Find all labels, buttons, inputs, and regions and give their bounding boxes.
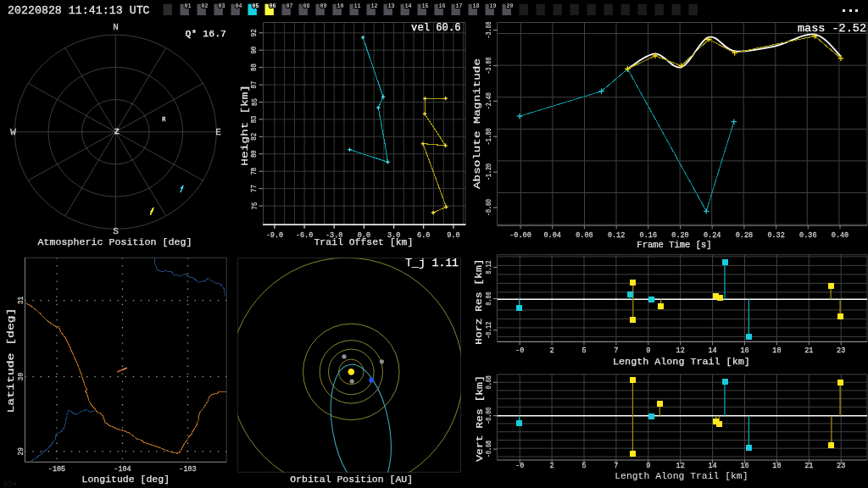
svg-text:W: W bbox=[10, 127, 16, 137]
svg-text:9.0: 9.0 bbox=[447, 231, 459, 240]
svg-text:Height [km]: Height [km] bbox=[239, 85, 251, 166]
svg-text:77: 77 bbox=[251, 185, 259, 192]
svg-text:Frame Time [s]: Frame Time [s] bbox=[637, 240, 711, 250]
svg-text:16: 16 bbox=[740, 347, 748, 355]
svg-text:18: 18 bbox=[772, 347, 781, 355]
svg-text:Absolute Magnitude: Absolute Magnitude bbox=[471, 58, 483, 189]
svg-text:17: 17 bbox=[456, 3, 463, 9]
svg-text:Length Along Trail [km]: Length Along Trail [km] bbox=[615, 471, 748, 481]
svg-text:Latitude [deg]: Latitude [deg] bbox=[5, 308, 17, 413]
svg-text:90: 90 bbox=[251, 47, 259, 54]
svg-text:02: 02 bbox=[202, 3, 209, 9]
svg-text:82: 82 bbox=[251, 133, 259, 141]
svg-text:88: 88 bbox=[251, 64, 259, 71]
svg-text:14: 14 bbox=[709, 347, 717, 355]
svg-text:20220828 11:41:13 UTC: 20220828 11:41:13 UTC bbox=[8, 4, 150, 17]
svg-text:Trail Offset [km]: Trail Offset [km] bbox=[314, 237, 414, 247]
svg-text:2: 2 bbox=[550, 462, 554, 470]
svg-text:16: 16 bbox=[740, 462, 748, 470]
svg-text:-0.00: -0.00 bbox=[509, 231, 531, 240]
svg-text:5: 5 bbox=[581, 347, 586, 355]
svg-text:18: 18 bbox=[473, 3, 480, 9]
svg-text:5: 5 bbox=[581, 462, 586, 470]
svg-text:E: E bbox=[215, 127, 221, 137]
svg-text:11: 11 bbox=[354, 3, 361, 9]
svg-text:10: 10 bbox=[337, 3, 344, 9]
svg-text:07: 07 bbox=[287, 3, 293, 9]
svg-text:0.36: 0.36 bbox=[799, 231, 816, 240]
svg-text:09: 09 bbox=[320, 3, 327, 9]
svg-text:0.00: 0.00 bbox=[485, 292, 493, 306]
svg-text:85: 85 bbox=[251, 98, 259, 106]
svg-text:-105: -105 bbox=[48, 465, 65, 474]
svg-text:92: 92 bbox=[251, 29, 259, 36]
svg-text:0.12: 0.12 bbox=[485, 260, 493, 274]
svg-text:03: 03 bbox=[219, 3, 225, 9]
svg-text:78: 78 bbox=[251, 168, 259, 175]
svg-text:31: 31 bbox=[17, 297, 25, 304]
svg-text:20: 20 bbox=[507, 3, 514, 9]
svg-text:12: 12 bbox=[371, 3, 378, 9]
svg-text:75: 75 bbox=[251, 202, 259, 210]
svg-text:-3.60: -3.60 bbox=[485, 22, 493, 39]
svg-text:01: 01 bbox=[185, 3, 192, 9]
svg-text:Z: Z bbox=[114, 127, 120, 136]
svg-text:0.24: 0.24 bbox=[704, 231, 721, 240]
svg-text:0.28: 0.28 bbox=[736, 231, 753, 240]
svg-text:0.16: 0.16 bbox=[640, 231, 657, 240]
svg-text:mass -2.52: mass -2.52 bbox=[798, 22, 866, 35]
svg-text:13: 13 bbox=[388, 3, 395, 9]
svg-text:Length Along Trail [km]: Length Along Trail [km] bbox=[613, 357, 750, 367]
svg-text:-103: -103 bbox=[179, 465, 196, 474]
svg-text:18: 18 bbox=[772, 462, 781, 470]
svg-text:0.08: 0.08 bbox=[576, 231, 593, 240]
svg-text:87: 87 bbox=[251, 81, 259, 89]
svg-text:N: N bbox=[113, 22, 119, 32]
svg-text:-2.40: -2.40 bbox=[485, 92, 493, 109]
svg-text:S: S bbox=[113, 226, 119, 236]
svg-text:21: 21 bbox=[804, 347, 813, 355]
svg-text:29: 29 bbox=[17, 447, 25, 455]
svg-text:0.12: 0.12 bbox=[608, 231, 625, 240]
svg-text:80: 80 bbox=[251, 150, 259, 158]
svg-text:vel 60.6: vel 60.6 bbox=[411, 22, 460, 34]
svg-text:0.04: 0.04 bbox=[544, 231, 561, 240]
svg-text:-0.60: -0.60 bbox=[485, 199, 493, 216]
svg-text:12: 12 bbox=[676, 347, 685, 355]
svg-text:14: 14 bbox=[709, 462, 717, 470]
svg-text:pjw: pjw bbox=[3, 480, 17, 488]
svg-text:0.20: 0.20 bbox=[671, 231, 688, 240]
svg-text:-0: -0 bbox=[515, 462, 524, 470]
svg-text:7: 7 bbox=[614, 347, 618, 355]
svg-text:04: 04 bbox=[236, 3, 242, 9]
svg-text:2: 2 bbox=[550, 347, 554, 355]
svg-text:Vert Res [km]: Vert Res [km] bbox=[474, 375, 486, 461]
svg-text:0.40: 0.40 bbox=[832, 231, 849, 240]
svg-text:30: 30 bbox=[17, 373, 25, 380]
svg-text:83: 83 bbox=[251, 116, 259, 124]
svg-text:-6.0: -6.0 bbox=[296, 231, 313, 240]
svg-text:Longitude [deg]: Longitude [deg] bbox=[82, 474, 170, 485]
svg-text:14: 14 bbox=[405, 3, 412, 9]
svg-text:T_j 1.11: T_j 1.11 bbox=[405, 257, 459, 269]
svg-text:6.0: 6.0 bbox=[417, 231, 430, 240]
svg-text:0.32: 0.32 bbox=[767, 231, 784, 240]
svg-text:-1.20: -1.20 bbox=[485, 164, 493, 180]
svg-text:Atmospheric Position [deg]: Atmospheric Position [deg] bbox=[38, 237, 192, 247]
svg-text:-104: -104 bbox=[114, 465, 131, 474]
svg-text:-3.00: -3.00 bbox=[485, 57, 493, 74]
svg-text:06: 06 bbox=[270, 3, 276, 9]
svg-text:9: 9 bbox=[646, 462, 650, 470]
svg-text:-9.0: -9.0 bbox=[266, 231, 283, 240]
svg-text:-0.00: -0.00 bbox=[485, 408, 493, 424]
svg-text:23: 23 bbox=[837, 462, 845, 470]
svg-text:7: 7 bbox=[614, 462, 618, 470]
svg-text:05: 05 bbox=[253, 3, 259, 9]
svg-text:-1.80: -1.80 bbox=[485, 128, 493, 145]
svg-text:-0.12: -0.12 bbox=[485, 322, 493, 339]
svg-text:-0.68: -0.68 bbox=[485, 441, 493, 458]
svg-text:16: 16 bbox=[439, 3, 446, 9]
svg-text:Orbital Position [AU]: Orbital Position [AU] bbox=[290, 474, 413, 485]
svg-text:9: 9 bbox=[646, 347, 650, 355]
svg-text:21: 21 bbox=[804, 462, 813, 470]
